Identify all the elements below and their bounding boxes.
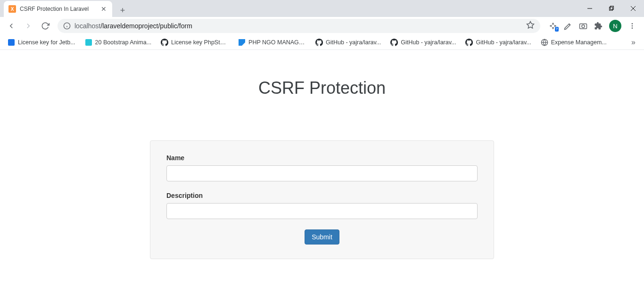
color-picker-extension-icon[interactable] (564, 22, 572, 30)
browser-chrome: X CSRF Protection In Laravel ✕ + localho… (0, 0, 644, 50)
bookmark-item[interactable]: GitHub - yajra/larav... (462, 37, 535, 48)
bookmark-label: License key PhpStor... (171, 39, 229, 46)
bookmark-label: PHP NGO MANAGE... (248, 39, 306, 46)
description-input[interactable] (166, 203, 478, 219)
tab-strip: X CSRF Protection In Laravel ✕ + (0, 0, 644, 17)
bookmark-label: Expense Managem... (551, 39, 607, 46)
translate-extension-icon[interactable]: ? (549, 22, 557, 30)
svg-rect-2 (611, 6, 614, 9)
xampp-favicon-icon: X (8, 5, 16, 13)
github-icon (390, 39, 398, 46)
globe-icon (541, 39, 548, 46)
window-controls (579, 0, 644, 17)
url-text: localhost/laraveldemoproject/public/form (74, 22, 192, 30)
browser-toolbar: localhost/laraveldemoproject/public/form… (0, 17, 644, 35)
bookmark-label: GitHub - yajra/larav... (476, 39, 531, 46)
bookmark-favicon-icon (8, 39, 15, 46)
bookmark-item[interactable]: Expense Managem... (537, 37, 611, 48)
svg-point-12 (632, 25, 633, 27)
bookmarks-overflow-icon[interactable]: » (627, 36, 640, 49)
form-card: Name Description Submit (150, 140, 494, 259)
minimize-button[interactable] (579, 0, 601, 17)
svg-marker-8 (527, 22, 534, 28)
bookmark-star-icon[interactable] (526, 21, 535, 31)
address-bar[interactable]: localhost/laraveldemoproject/public/form (58, 19, 540, 33)
tab-title: CSRF Protection In Laravel (20, 6, 96, 12)
extensions-puzzle-icon[interactable] (594, 22, 603, 30)
name-label: Name (166, 154, 478, 162)
bookmark-item[interactable]: License key PhpStor... (157, 37, 232, 48)
bookmark-item[interactable]: License key for Jetb... (4, 37, 79, 48)
bookmark-label: License key for Jetb... (18, 39, 75, 46)
github-icon (161, 39, 168, 46)
svg-point-10 (582, 25, 585, 28)
reload-button[interactable] (38, 18, 53, 33)
bookmark-item[interactable]: GitHub - yajra/larav... (312, 37, 385, 48)
svg-rect-1 (610, 7, 613, 10)
tab-close-icon[interactable]: ✕ (100, 5, 107, 13)
new-tab-button[interactable]: + (116, 4, 129, 17)
submit-button[interactable]: Submit (305, 229, 339, 245)
bookmark-label: GitHub - yajra/larav... (326, 39, 381, 46)
svg-point-11 (632, 23, 633, 24)
profile-avatar[interactable]: N (609, 20, 621, 32)
browser-tab[interactable]: X CSRF Protection In Laravel ✕ (4, 1, 112, 17)
bookmark-item[interactable]: GitHub - yajra/larav... (387, 37, 460, 48)
maximize-button[interactable] (601, 0, 622, 17)
close-window-button[interactable] (622, 0, 644, 17)
name-form-group: Name (166, 154, 478, 181)
bookmark-label: GitHub - yajra/larav... (401, 39, 456, 46)
bookmarks-bar: License key for Jetb... 20 Bootstrap Ani… (0, 35, 644, 50)
description-label: Description (166, 192, 478, 199)
page-heading: CSRF Protection (0, 78, 644, 98)
name-input[interactable] (166, 165, 478, 181)
github-icon (315, 39, 323, 46)
forward-button[interactable] (21, 18, 36, 33)
bookmark-label: 20 Bootstrap Anima... (95, 39, 152, 46)
github-icon (465, 39, 473, 46)
back-button[interactable] (4, 18, 19, 33)
browser-menu-icon[interactable] (628, 22, 636, 30)
bookmark-item[interactable]: 20 Bootstrap Anima... (81, 37, 156, 48)
bookmark-item[interactable]: PHP NGO MANAGE... (234, 37, 310, 48)
bookmark-favicon-icon (85, 39, 92, 46)
page-content: CSRF Protection Name Description Submit (0, 50, 644, 287)
camera-extension-icon[interactable] (579, 22, 587, 30)
site-info-icon[interactable] (63, 22, 71, 30)
svg-point-13 (632, 27, 633, 29)
description-form-group: Description (166, 192, 478, 219)
bookmark-favicon-icon (238, 39, 246, 46)
extension-icons: ? N (545, 20, 640, 32)
